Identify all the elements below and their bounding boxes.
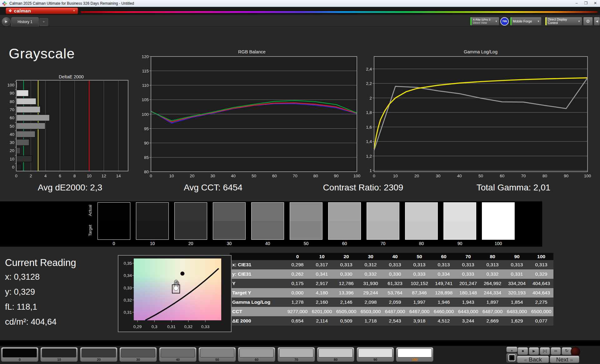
table-cell: 244,334 <box>480 288 505 298</box>
patch-button-30[interactable]: 30 <box>119 347 157 362</box>
table-row-label: CCT <box>230 307 285 316</box>
patch-button-80[interactable]: 80 <box>317 347 354 362</box>
rgb-balance-chart-title: RGB Balance <box>238 49 266 54</box>
patch-button-20[interactable]: 20 <box>80 347 118 362</box>
table-cell: 0,330 <box>383 269 407 279</box>
page-title: Grayscale <box>9 46 75 62</box>
table-col-header: 60 <box>432 253 456 260</box>
patch-button-60[interactable]: 60 <box>238 347 275 362</box>
table-cell: 1,718 <box>358 316 383 326</box>
svg-text:115: 115 <box>142 69 149 73</box>
table-cell: 4,180 <box>310 288 334 298</box>
swatch-label: 60 <box>328 241 361 246</box>
display-device-dropdown[interactable]: Direct Display Control ▼ <box>545 17 582 26</box>
patch-button-10[interactable]: 10 <box>40 347 78 362</box>
table-cell: 1,946 <box>432 298 456 307</box>
stop-measure-button[interactable] <box>506 353 518 363</box>
gamma-line-target <box>374 78 588 149</box>
swatch-actual <box>252 203 284 221</box>
swatch-target <box>136 221 168 239</box>
svg-text:2: 2 <box>369 96 372 101</box>
cie-point-reading <box>174 284 178 288</box>
current-reading-cdm2: cd/m²: 404,64 <box>5 317 57 327</box>
svg-text:80: 80 <box>10 99 14 104</box>
patch-label: 0 <box>2 357 37 362</box>
calman-logo-icon: ❖ <box>8 8 12 13</box>
patch-button-90[interactable]: 90 <box>357 347 394 362</box>
calman-app-window: Calman 2025 Calman Ultimate for Business… <box>0 0 600 364</box>
patch-chip <box>279 348 313 357</box>
table-row-label: Y <box>230 279 285 288</box>
gray-swatch-20: 20 <box>174 202 207 246</box>
svg-text:0,31: 0,31 <box>124 310 132 315</box>
table-cell: 0,333 <box>456 269 480 279</box>
patch-chip <box>161 348 195 357</box>
svg-text:50: 50 <box>478 174 483 178</box>
patch-button-70[interactable]: 70 <box>278 347 315 362</box>
source-name: Mobile Forge <box>512 19 533 23</box>
table-cell: 0,509 <box>334 316 358 326</box>
close-button[interactable]: ✕ <box>591 0 600 7</box>
swatch-actual <box>213 203 245 221</box>
patch-button-100[interactable]: 100 <box>396 347 433 362</box>
minimize-button[interactable]: – <box>572 0 581 7</box>
table-row: Target Y0,0004,18013,39629,24453,76487,3… <box>230 288 553 298</box>
table-cell: 0,334 <box>432 269 456 279</box>
single-read-button[interactable]: [+] <box>540 347 550 355</box>
svg-text:0,34: 0,34 <box>124 273 132 278</box>
table-cell: 87,346 <box>407 288 432 298</box>
svg-text:1,8: 1,8 <box>366 110 372 115</box>
table-cell: 6467,000 <box>407 307 432 316</box>
tab-history-1[interactable]: History 1 <box>11 17 39 27</box>
svg-text:60: 60 <box>500 174 504 178</box>
swatch-actual <box>444 203 476 221</box>
svg-text:90: 90 <box>334 174 339 178</box>
avg-cct-stat: Avg CCT: 6454 <box>184 183 242 193</box>
add-tab-button[interactable]: + <box>39 18 48 26</box>
expand-controls-button[interactable]: ▲ <box>506 347 518 352</box>
table-col-header: 50 <box>407 253 432 260</box>
swatch-target <box>175 221 207 239</box>
swatch-actual <box>367 203 399 221</box>
table-cell: 53,764 <box>383 288 407 298</box>
patch-button-40[interactable]: 40 <box>159 347 197 362</box>
patch-label: 40 <box>161 357 195 362</box>
patch-button-50[interactable]: 50 <box>198 347 236 362</box>
play-button[interactable]: ▶ <box>529 347 539 355</box>
back-button-label: Back <box>529 356 542 363</box>
table-cell: 334,204 <box>505 279 529 288</box>
svg-text:80: 80 <box>542 174 547 178</box>
svg-text:70: 70 <box>10 107 14 112</box>
svg-text:90: 90 <box>144 141 149 145</box>
source-device-dropdown[interactable]: Mobile Forge ▼ <box>510 17 542 26</box>
table-cell: 128,898 <box>432 288 456 298</box>
rgb-line-blue <box>151 104 357 123</box>
svg-text:14: 14 <box>116 174 121 178</box>
svg-text:100: 100 <box>142 112 149 117</box>
history-nav-button[interactable]: ▶ <box>2 17 11 26</box>
patch-button-0[interactable]: 0 <box>1 347 38 362</box>
gray-swatch-40: 40 <box>251 202 284 246</box>
settings-button[interactable]: ⚙ <box>583 17 593 26</box>
swatch-label: 100 <box>482 241 515 246</box>
stop-button[interactable]: ■ <box>518 347 528 355</box>
continuous-read-button[interactable]: ∞ <box>551 347 561 355</box>
next-button[interactable]: Next » <box>550 356 579 363</box>
daylight-locus-line <box>145 268 219 320</box>
next-button-label: Next <box>556 356 568 363</box>
patch-chip <box>318 348 353 357</box>
svg-text:1,4: 1,4 <box>366 139 372 144</box>
maximize-button[interactable]: ❐ <box>581 0 591 7</box>
swatch-actual <box>405 203 438 221</box>
table-cell: 0,654 <box>285 316 310 326</box>
table-cell: 0,313 <box>407 260 432 269</box>
table-col-header: 10 <box>310 253 334 260</box>
back-button[interactable]: « Back <box>517 356 549 363</box>
meter-device-dropdown[interactable]: X-Rite i1Pro 3 Direct View ▼ <box>470 17 499 26</box>
title-bar: Calman 2025 Calman Ultimate for Business… <box>0 0 600 7</box>
collapse-panel-button[interactable]: ◀ <box>594 17 600 26</box>
svg-text:90: 90 <box>10 91 14 96</box>
gray-swatch-50: 50 <box>290 202 322 246</box>
calman-menu-button[interactable]: ❖ calman ▼ <box>6 7 78 14</box>
cie-chart: 0,350,340,330,320,310,290,30,310,320,33 <box>118 255 231 332</box>
